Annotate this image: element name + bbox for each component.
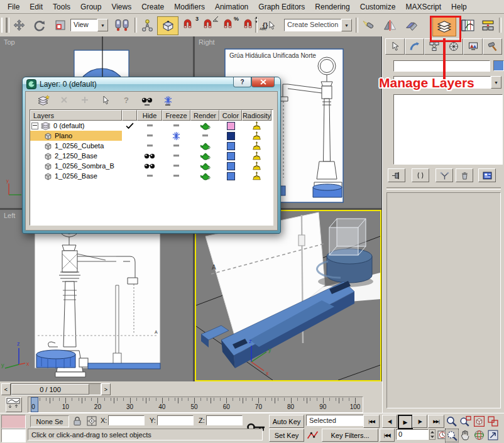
- render-cell[interactable]: [190, 141, 219, 151]
- layer-row[interactable]: 0 (default): [30, 121, 273, 131]
- current-layer-cell[interactable]: [122, 151, 137, 161]
- color-cell[interactable]: [219, 151, 242, 161]
- configure-modifier-sets-button[interactable]: [478, 168, 496, 182]
- reference-coordinate-dropdown[interactable]: View▼: [70, 19, 108, 31]
- region-zoom-button[interactable]: [445, 429, 459, 442]
- angle-snap-toggle-button[interactable]: [201, 17, 219, 33]
- time-slider-button[interactable]: 0 / 100: [11, 384, 89, 395]
- snap-toggle-button[interactable]: [157, 16, 178, 35]
- quick-select-button[interactable]: [359, 17, 377, 33]
- toolbar-grip[interactable]: [1, 18, 7, 33]
- color-cell[interactable]: [219, 121, 242, 131]
- delete-layer-button[interactable]: [57, 94, 72, 106]
- select-and-scale-button[interactable]: [52, 17, 69, 33]
- freeze-cell[interactable]: [162, 121, 190, 131]
- tab-modify[interactable]: [405, 38, 424, 55]
- select-and-rotate-button[interactable]: [30, 17, 48, 33]
- menu-create[interactable]: Create: [136, 1, 169, 13]
- chevron-down-icon[interactable]: ▼: [341, 19, 352, 31]
- go-to-key-mode-button[interactable]: |◀◀|: [380, 429, 395, 442]
- radiosity-cell[interactable]: [242, 151, 271, 161]
- zoom-all-button[interactable]: [459, 415, 471, 427]
- column-header-color[interactable]: Color: [219, 110, 242, 121]
- render-cell[interactable]: [190, 131, 219, 141]
- menu-graph-editors[interactable]: Graph Editors: [253, 1, 310, 13]
- select-objects-button[interactable]: [98, 94, 113, 106]
- layer-name-cell[interactable]: 1_0256_Sombra_B: [30, 161, 122, 171]
- object-color-swatch[interactable]: [493, 60, 504, 71]
- new-layer-button[interactable]: [36, 94, 51, 106]
- current-layer-cell[interactable]: [122, 131, 137, 141]
- y-coordinate-field[interactable]: [157, 415, 194, 425]
- tab-create[interactable]: [385, 38, 405, 55]
- expand-icon[interactable]: [31, 123, 38, 129]
- radiosity-cell[interactable]: [242, 141, 271, 151]
- x-coordinate-field[interactable]: [108, 415, 145, 425]
- named-selection-sets-button[interactable]: {}ABC: [258, 17, 280, 33]
- freeze-toggle-button[interactable]: [160, 94, 175, 106]
- menu-tools[interactable]: Tools: [48, 1, 75, 13]
- layer-name-cell[interactable]: Plano: [30, 131, 122, 141]
- column-header-freeze[interactable]: Freeze: [162, 110, 190, 121]
- hide-cell[interactable]: [137, 161, 162, 171]
- render-cell[interactable]: [190, 171, 219, 181]
- absolute-offset-toggle-icon[interactable]: [85, 415, 98, 427]
- percent-snap-toggle-button[interactable]: %: [221, 17, 239, 33]
- min-max-toggle-button[interactable]: [486, 429, 499, 441]
- render-cell[interactable]: [190, 151, 219, 161]
- tab-display[interactable]: [463, 38, 483, 55]
- radiosity-cell[interactable]: [242, 171, 271, 181]
- viewport-perspective-active[interactable]: A z y x: [195, 210, 381, 381]
- render-cell[interactable]: [190, 161, 219, 171]
- layer-row[interactable]: 1_0256_Sombra_B: [30, 161, 273, 171]
- mirror-button[interactable]: [381, 17, 398, 33]
- pan-button[interactable]: [459, 429, 471, 441]
- go-to-start-button[interactable]: |◀◀: [363, 415, 380, 428]
- radiosity-cell[interactable]: [242, 131, 271, 141]
- color-cell[interactable]: [219, 131, 242, 141]
- maxscript-mini-listener-white[interactable]: [1, 429, 26, 442]
- column-header-render[interactable]: Render: [190, 110, 219, 121]
- selection-lock-icon[interactable]: [71, 415, 84, 427]
- layer-name-cell[interactable]: 1_0256_Cubeta: [30, 141, 122, 151]
- arc-rotate-button[interactable]: [473, 429, 485, 441]
- layer-row[interactable]: 2_1250_Base: [30, 151, 273, 161]
- hide-cell[interactable]: [137, 131, 162, 141]
- menu-maxscript[interactable]: MAXScript: [400, 1, 446, 13]
- radiosity-cell[interactable]: [242, 161, 271, 171]
- layer-row[interactable]: 1_0256_Cubeta: [30, 141, 273, 151]
- previous-frame-button[interactable]: ◀||: [382, 415, 397, 428]
- freeze-cell[interactable]: [162, 161, 190, 171]
- dialog-help-button[interactable]: ?: [233, 77, 251, 87]
- add-selection-button[interactable]: [77, 94, 92, 106]
- hide-cell[interactable]: [137, 121, 162, 131]
- play-button[interactable]: ▶: [398, 415, 413, 429]
- current-frame-field[interactable]: 0: [396, 429, 429, 440]
- current-layer-cell[interactable]: [122, 141, 137, 151]
- next-frame-button[interactable]: ||▶: [412, 415, 427, 428]
- layer-row[interactable]: Plano: [30, 131, 273, 141]
- layer-row[interactable]: 1_0256_Base: [30, 171, 273, 181]
- layer-name-cell[interactable]: 2_1250_Base: [30, 151, 122, 161]
- tab-utilities[interactable]: [483, 38, 502, 55]
- menu-group[interactable]: Group: [75, 1, 106, 13]
- freeze-cell[interactable]: [162, 131, 190, 141]
- menu-help[interactable]: Help: [446, 1, 472, 13]
- current-layer-cell[interactable]: [122, 121, 137, 131]
- column-header-hide[interactable]: Hide: [137, 110, 162, 121]
- hide-cell[interactable]: [137, 171, 162, 181]
- make-unique-button[interactable]: [436, 168, 453, 182]
- maxscript-mini-listener-pink[interactable]: [1, 415, 26, 429]
- menu-views[interactable]: Views: [106, 1, 136, 13]
- freeze-cell[interactable]: [162, 171, 190, 181]
- select-and-move-button[interactable]: [10, 17, 28, 33]
- frame-spinner[interactable]: [429, 429, 436, 442]
- layer-name-cell[interactable]: 0 (default): [30, 121, 122, 131]
- pin-stack-button[interactable]: [388, 168, 405, 182]
- hide-cell[interactable]: [137, 141, 162, 151]
- color-cell[interactable]: [219, 161, 242, 171]
- current-layer-cell[interactable]: [122, 171, 137, 181]
- time-slider-track[interactable]: 0 / 100: [11, 383, 101, 395]
- track-bar-ruler[interactable]: 0102030405060708090100: [28, 397, 363, 413]
- menu-animation[interactable]: Animation: [210, 1, 253, 13]
